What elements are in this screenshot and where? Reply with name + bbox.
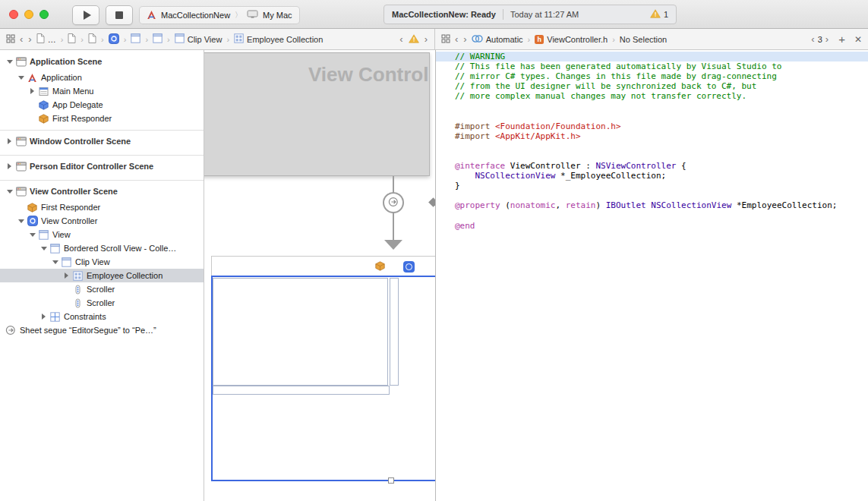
ib-canvas[interactable]: View Controller xyxy=(204,50,435,501)
outline-item-label: First Responder xyxy=(52,114,112,123)
next-counterpart-button[interactable]: › xyxy=(825,34,829,44)
segue-connector[interactable] xyxy=(383,192,404,213)
minimize-button[interactable] xyxy=(24,10,33,19)
back-button[interactable]: ‹ xyxy=(19,34,24,44)
disclosure-triangle-icon[interactable] xyxy=(27,233,37,237)
interface-builder-jump-bar: ‹ › …››››››Clip View›Employee Collection… xyxy=(0,29,435,49)
resize-handle[interactable] xyxy=(388,477,394,484)
back-button[interactable]: ‹ xyxy=(454,34,459,44)
breadcrumb-separator: › xyxy=(144,35,149,44)
add-assistant-button[interactable]: + xyxy=(838,33,845,46)
close-button[interactable] xyxy=(9,10,18,19)
scroller-icon xyxy=(71,285,84,295)
warning-icon[interactable] xyxy=(409,34,419,45)
outline-item-person-editor-controller-scene[interactable]: Person Editor Controller Scene xyxy=(0,159,204,173)
crumb-label: … xyxy=(48,35,56,44)
outline-item-view[interactable]: View xyxy=(0,228,204,241)
build-time: Today at 11:27 AM xyxy=(510,10,579,19)
outline-item-constraints[interactable]: Constraints xyxy=(0,310,204,323)
scene-icon xyxy=(14,162,27,172)
counterpart-count: 3 xyxy=(816,35,825,44)
forward-button[interactable]: › xyxy=(27,34,32,44)
jumpbar-crumb-employee-collection[interactable]: Employee Collection xyxy=(234,33,323,45)
next-issue-button[interactable]: › xyxy=(424,34,428,44)
jumpbar-crumb-[interactable]: … xyxy=(36,33,56,45)
disclosure-triangle-icon[interactable] xyxy=(5,138,14,144)
scene-icon xyxy=(14,187,27,197)
outline-item-label: Constraints xyxy=(64,312,106,321)
breadcrumb: …››››››Clip View›Employee Collection xyxy=(36,33,324,46)
connection-well-diamond[interactable] xyxy=(428,197,435,207)
outline-item-window-controller-scene[interactable]: Window Controller Scene xyxy=(0,134,204,148)
jumpbar-crumb[interactable] xyxy=(131,33,140,45)
outline-item-first-responder[interactable]: First Responder xyxy=(0,200,204,214)
file-crumb[interactable]: h ViewController.h xyxy=(535,35,608,44)
view-controller-preview[interactable]: View Controller xyxy=(204,52,430,176)
outline-item-scroller[interactable]: Scroller xyxy=(0,282,204,296)
previous-issue-button[interactable]: ‹ xyxy=(399,34,403,44)
status-divider xyxy=(503,9,503,20)
window-controls xyxy=(9,10,49,19)
outline-item-main-menu[interactable]: Main Menu xyxy=(0,84,204,98)
doc-icon xyxy=(36,33,45,45)
outline-item-first-responder[interactable]: First Responder xyxy=(0,112,204,125)
source-editor[interactable]: // WARNING// This file has been generate… xyxy=(435,50,868,501)
code-line-5: // more complex manual changes may not t… xyxy=(436,91,868,101)
disclosure-triangle-icon[interactable] xyxy=(50,260,60,264)
jumpbar-crumb[interactable] xyxy=(153,33,163,45)
assistant-mode-crumb[interactable]: Automatic xyxy=(472,34,523,45)
code-area: // WARNING// This file has been generate… xyxy=(436,52,868,231)
disclosure-triangle-icon[interactable] xyxy=(62,273,71,279)
disclosure-triangle-icon[interactable] xyxy=(16,219,26,223)
crumb-label: Clip View xyxy=(188,35,223,44)
first-responder-icon[interactable] xyxy=(374,260,386,273)
jumpbar-crumb-clip-view[interactable]: Clip View xyxy=(175,33,223,45)
segue-arrowhead-icon xyxy=(384,240,402,250)
vc-icon xyxy=(109,33,119,46)
disclosure-triangle-icon[interactable] xyxy=(39,247,49,250)
outline-item-application[interactable]: Application xyxy=(0,71,204,84)
doc-icon xyxy=(88,33,96,45)
outline-item-view-controller-scene[interactable]: View Controller Scene xyxy=(0,184,204,198)
collection-view-content-area[interactable] xyxy=(213,278,388,386)
scroller-icon xyxy=(71,298,84,308)
zoom-button[interactable] xyxy=(39,10,49,19)
close-assistant-button[interactable]: ✕ xyxy=(854,34,862,45)
issue-count[interactable]: 1 xyxy=(650,9,668,20)
outline-item-bordered-scroll-view-colle[interactable]: Bordered Scroll View - Colle… xyxy=(0,241,204,255)
play-icon xyxy=(84,11,91,20)
forward-button[interactable]: › xyxy=(462,34,467,44)
outline-item-employee-collection[interactable]: Employee Collection xyxy=(0,269,204,282)
outline-item-app-delegate[interactable]: App Delegate xyxy=(0,98,204,112)
disclosure-triangle-icon[interactable] xyxy=(5,163,14,169)
selection-crumb[interactable]: No Selection xyxy=(620,35,667,44)
related-items-icon[interactable] xyxy=(6,34,15,45)
view-controller-icon[interactable] xyxy=(402,260,415,273)
scheme-selector[interactable]: MacCollectionNew 〉 My Mac xyxy=(139,6,300,24)
outline-item-label: First Responder xyxy=(41,203,100,212)
jumpbar-crumb[interactable] xyxy=(109,33,119,46)
run-button[interactable] xyxy=(72,5,99,25)
stop-button[interactable] xyxy=(106,5,133,25)
assistant-mode-icon xyxy=(472,34,483,45)
vertical-scroller[interactable] xyxy=(390,278,399,386)
outline-item-label: Clip View xyxy=(75,257,110,266)
jumpbar-crumb[interactable] xyxy=(88,33,96,45)
outline-item-label: Scroller xyxy=(87,298,115,307)
related-items-icon[interactable] xyxy=(441,34,450,45)
jumpbar-crumb[interactable] xyxy=(68,33,76,45)
activity-viewer: MacCollectionNew: Ready Today at 11:27 A… xyxy=(383,5,677,24)
disclosure-triangle-icon[interactable] xyxy=(16,76,26,80)
outline-item-view-controller[interactable]: View Controller xyxy=(0,214,204,228)
outline-item-label: Main Menu xyxy=(52,87,93,96)
outline-item-clip-view[interactable]: Clip View xyxy=(0,255,204,269)
disclosure-triangle-icon[interactable] xyxy=(27,88,37,94)
disclosure-triangle-icon[interactable] xyxy=(39,314,49,320)
disclosure-triangle-icon[interactable] xyxy=(5,190,14,194)
collection-icon xyxy=(71,271,84,281)
outline-item-scroller[interactable]: Scroller xyxy=(0,296,204,310)
outline-item-application-scene[interactable]: Application Scene xyxy=(0,55,204,68)
horizontal-scroller[interactable] xyxy=(213,386,390,395)
disclosure-triangle-icon[interactable] xyxy=(5,60,14,64)
outline-item-sheet-segue-editorsegue-to-pe[interactable]: Sheet segue “EditorSegue” to “Pe…” xyxy=(0,323,204,337)
